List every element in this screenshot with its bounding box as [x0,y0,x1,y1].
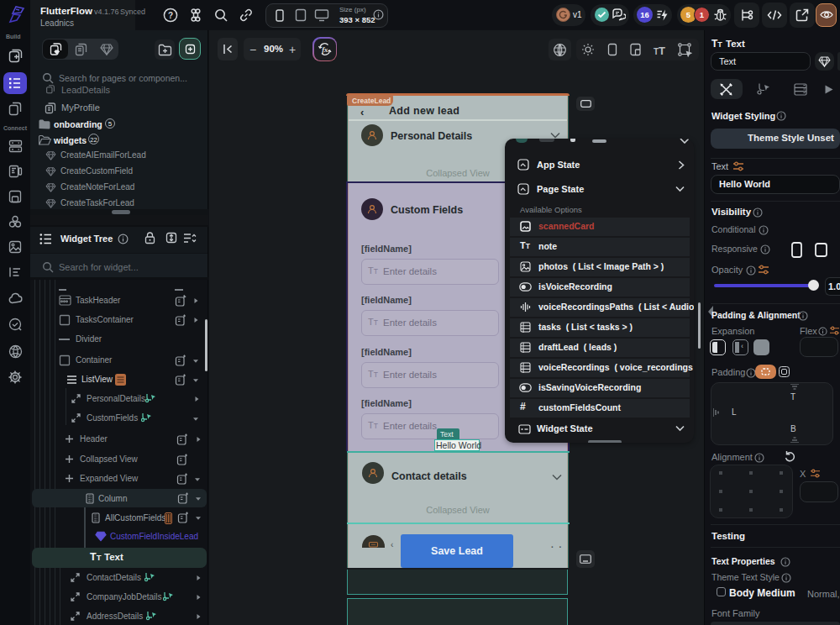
svg-text:fx: fx [322,45,328,54]
svg-text:?: ? [168,11,173,20]
